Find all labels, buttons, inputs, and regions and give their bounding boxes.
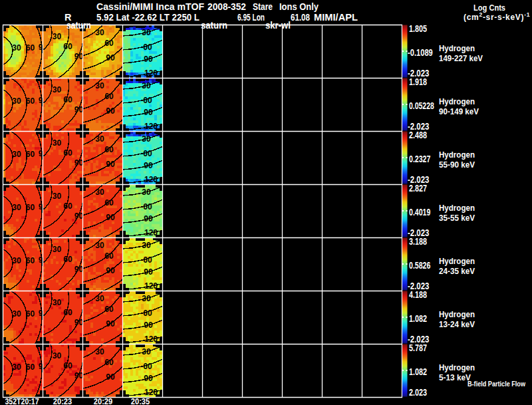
svg-text:30: 30 (142, 188, 151, 197)
svg-text:Ions Only: Ions Only (279, 1, 319, 12)
svg-text:0.5826: 0.5826 (409, 260, 431, 271)
svg-text:60: 60 (104, 305, 114, 314)
svg-text:30: 30 (95, 81, 104, 90)
svg-text:1.082: 1.082 (409, 366, 427, 377)
svg-text:9: 9 (39, 149, 43, 158)
svg-text:60: 60 (104, 92, 114, 101)
svg-text:30: 30 (12, 309, 21, 319)
svg-text:90: 90 (106, 266, 115, 275)
svg-text:60: 60 (63, 361, 72, 370)
svg-text:Hydrogen: Hydrogen (439, 362, 475, 372)
svg-text:60: 60 (143, 362, 152, 371)
svg-text:0.4019: 0.4019 (409, 207, 431, 217)
svg-text:60: 60 (63, 95, 72, 104)
svg-text:60: 60 (104, 39, 114, 48)
svg-text:90: 90 (144, 161, 153, 170)
svg-text:30: 30 (95, 28, 104, 37)
svg-text:30: 30 (53, 32, 62, 41)
svg-text:0.2327: 0.2327 (409, 154, 431, 164)
svg-text:saturn: saturn (66, 20, 91, 31)
svg-text:60: 60 (143, 149, 152, 158)
svg-text:30: 30 (95, 294, 104, 303)
svg-text:3.188: 3.188 (409, 236, 427, 247)
svg-text:Hydrogen: Hydrogen (439, 203, 475, 213)
svg-text:2.023: 2.023 (409, 387, 427, 398)
svg-text:90: 90 (106, 106, 115, 116)
svg-text:30: 30 (53, 245, 62, 254)
svg-text:60: 60 (104, 251, 114, 261)
svg-text:60: 60 (143, 309, 152, 318)
svg-text:60: 60 (63, 42, 72, 51)
svg-text:0.05228: 0.05228 (409, 100, 434, 111)
svg-text:90: 90 (144, 108, 153, 117)
svg-text:9: 9 (39, 362, 43, 371)
svg-text:5.787: 5.787 (409, 342, 427, 353)
svg-text:60: 60 (63, 148, 72, 158)
svg-text:1.918: 1.918 (409, 76, 427, 87)
svg-text:90-149 keV: 90-149 keV (439, 106, 479, 116)
svg-text:1.082: 1.082 (409, 313, 427, 324)
svg-text:90: 90 (74, 52, 84, 61)
svg-text:60: 60 (104, 145, 114, 154)
svg-text:B-field Particle Flow: B-field Particle Flow (467, 380, 526, 388)
svg-text:20:35: 20:35 (131, 396, 150, 405)
svg-text:60: 60 (26, 203, 35, 212)
svg-text:30: 30 (12, 256, 21, 265)
svg-text:5.92 Lat -22.62 LT 2250 L: 5.92 Lat -22.62 LT 2250 L (96, 12, 200, 23)
svg-text:30: 30 (142, 81, 151, 90)
svg-text:90: 90 (106, 53, 115, 63)
svg-text:30: 30 (142, 347, 151, 356)
svg-text:90: 90 (106, 160, 115, 169)
svg-text:30: 30 (53, 138, 62, 148)
svg-text:90: 90 (106, 319, 115, 329)
svg-text:149-227 keV: 149-227 keV (439, 53, 483, 63)
svg-text:60: 60 (63, 255, 72, 264)
svg-text:30: 30 (95, 347, 104, 356)
svg-text:2.488: 2.488 (409, 130, 427, 140)
svg-text:60: 60 (104, 358, 114, 367)
svg-text:30: 30 (53, 192, 62, 201)
svg-text:35-55 keV: 35-55 keV (439, 213, 475, 223)
svg-text:60: 60 (26, 309, 35, 319)
svg-text:30: 30 (53, 351, 62, 360)
svg-text:MIMI/APL: MIMI/APL (314, 12, 358, 23)
svg-text:-0.1089: -0.1089 (408, 47, 433, 58)
svg-text:90: 90 (106, 213, 115, 222)
svg-text:Hydrogen: Hydrogen (439, 43, 475, 53)
svg-text:Hydrogen: Hydrogen (439, 150, 475, 160)
svg-text:9: 9 (39, 202, 43, 211)
svg-text:60: 60 (104, 198, 114, 207)
svg-text:90: 90 (74, 105, 84, 114)
svg-text:30: 30 (53, 298, 62, 307)
svg-text:30: 30 (142, 241, 151, 250)
svg-text:60: 60 (63, 308, 72, 317)
svg-text:5-13 keV: 5-13 keV (439, 372, 471, 382)
svg-text:60: 60 (26, 43, 35, 53)
svg-text:6.95 Lon: 6.95 Lon (237, 12, 265, 23)
svg-text:30: 30 (12, 150, 21, 159)
svg-text:55-90 keV: 55-90 keV (439, 160, 475, 170)
svg-text:61.08: 61.08 (291, 12, 310, 23)
svg-text:Hydrogen: Hydrogen (439, 309, 475, 319)
svg-text:skr-wl: skr-wl (265, 20, 291, 31)
svg-text:352T20:17: 352T20:17 (5, 396, 39, 405)
svg-text:2008-352: 2008-352 (207, 1, 246, 12)
svg-text:90: 90 (74, 318, 84, 327)
svg-text:90: 90 (106, 372, 115, 382)
svg-text:30: 30 (142, 294, 151, 303)
svg-text:90: 90 (144, 267, 153, 277)
svg-text:30: 30 (53, 85, 62, 94)
svg-text:60: 60 (26, 150, 35, 159)
svg-text:30: 30 (95, 241, 104, 250)
svg-text:60: 60 (26, 96, 35, 106)
svg-text:Log Cnts: Log Cnts (473, 3, 505, 13)
svg-text:saturn: saturn (201, 20, 227, 31)
svg-text:90: 90 (74, 265, 84, 274)
svg-text:90: 90 (144, 55, 153, 64)
svg-text:60: 60 (143, 43, 152, 52)
svg-text:90: 90 (144, 374, 153, 383)
svg-text:90: 90 (74, 371, 84, 380)
svg-text:60: 60 (26, 256, 35, 265)
svg-text:90: 90 (74, 211, 84, 221)
svg-text:30: 30 (12, 43, 21, 53)
